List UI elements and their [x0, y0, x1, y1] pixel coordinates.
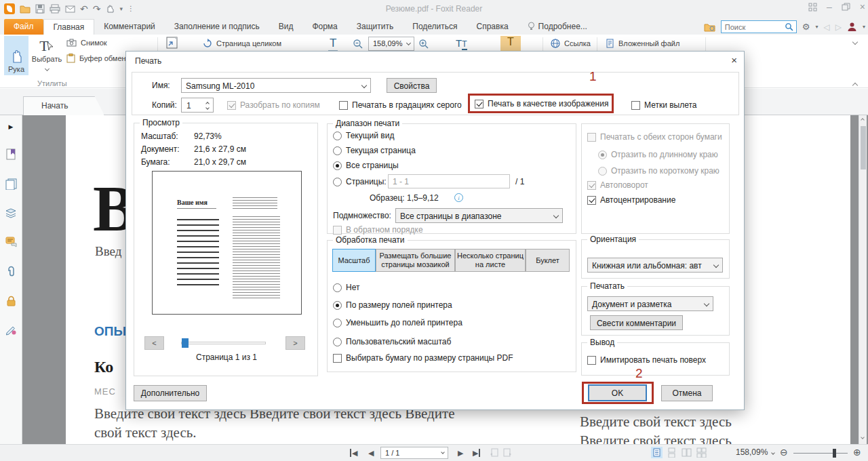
- security-lock-icon[interactable]: [6, 296, 16, 306]
- orientation-select[interactable]: Книжная или альбомная: авт: [587, 258, 723, 273]
- collapse-ribbon-icon[interactable]: [852, 83, 858, 88]
- tile-windows-icon[interactable]: [808, 3, 817, 12]
- avatar-dropdown-icon[interactable]: ▾: [863, 24, 865, 30]
- flatten-comments-button[interactable]: Свести комментарии: [590, 315, 683, 330]
- search-icon[interactable]: [785, 22, 793, 31]
- zoom-in-icon[interactable]: [418, 39, 429, 49]
- ok-button[interactable]: OK: [588, 384, 647, 401]
- last-page-button[interactable]: ▶: [473, 449, 480, 458]
- hand-tool-button[interactable]: Рука: [4, 36, 28, 75]
- vertical-scrollbar[interactable]: [859, 115, 867, 444]
- first-page-button[interactable]: ◀: [350, 449, 357, 458]
- handling-tab-booklet[interactable]: Буклет: [526, 249, 570, 272]
- scrollbar-thumb[interactable]: [861, 126, 866, 169]
- tab-view[interactable]: Вид: [269, 19, 303, 35]
- handling-tab-scale[interactable]: Масштаб: [332, 249, 376, 272]
- continuous-view-icon[interactable]: [666, 447, 677, 458]
- status-zoom-value[interactable]: 158,09%: [736, 447, 768, 457]
- preview-next-button[interactable]: >: [285, 336, 305, 350]
- close-icon[interactable]: ×: [731, 54, 737, 66]
- tab-file[interactable]: Файл: [4, 19, 43, 35]
- zoom-out-button[interactable]: ⊖: [780, 447, 788, 458]
- clipboard-button[interactable]: Буфер обмена: [66, 54, 130, 63]
- print-as-image-checkbox[interactable]: Печать в качестве изображения: [475, 99, 608, 108]
- pages-radio[interactable]: Страницы:: [333, 177, 387, 186]
- simulate-overprint-checkbox[interactable]: Имитировать печать поверх: [587, 355, 706, 365]
- minimize-button[interactable]: –: [827, 1, 832, 12]
- search-input[interactable]: [725, 23, 785, 31]
- snapshot-button[interactable]: Снимок: [66, 39, 107, 47]
- gear-icon[interactable]: ⚙: [802, 22, 810, 32]
- signature-icon[interactable]: [5, 325, 17, 336]
- info-icon[interactable]: i: [454, 193, 463, 202]
- stepper-down-icon[interactable]: [205, 106, 210, 110]
- zoom-slider-track[interactable]: [793, 453, 848, 454]
- current-page-radio[interactable]: Текущая страница: [333, 146, 416, 155]
- expand-panel-icon[interactable]: ▶: [9, 123, 14, 130]
- handling-tab-tile[interactable]: Размещать большие страницы мозаикой: [376, 249, 455, 272]
- fit-margins-radio[interactable]: По размеру полей принтера: [333, 300, 452, 310]
- print-what-select[interactable]: Документ и разметка: [587, 296, 713, 311]
- nav-forward-icon[interactable]: ▷: [835, 22, 842, 32]
- typewriter-icon[interactable]: TT: [456, 37, 467, 49]
- preview-slider-track[interactable]: [181, 342, 266, 344]
- avatar[interactable]: [847, 22, 857, 32]
- zoom-out-icon[interactable]: [353, 39, 363, 49]
- single-page-view-icon[interactable]: [651, 447, 663, 458]
- page-thumbnails-icon[interactable]: [5, 178, 17, 190]
- ribbon-zoom-combobox[interactable]: 158,09%: [368, 37, 414, 51]
- all-pages-radio[interactable]: Все страницы: [333, 161, 399, 170]
- tab-home[interactable]: Главная: [43, 19, 95, 35]
- attachments-panel-icon[interactable]: [6, 266, 16, 277]
- previous-page-button[interactable]: ◀: [368, 449, 374, 458]
- zoom-dropdown-icon[interactable]: [771, 451, 775, 455]
- pages-input[interactable]: [388, 174, 510, 188]
- grayscale-checkbox[interactable]: Печатать в градациях серого: [339, 100, 462, 110]
- current-view-radio[interactable]: Текущий вид: [333, 131, 394, 140]
- nav-back-icon[interactable]: ◁: [824, 22, 830, 32]
- select-tool-button[interactable]: T Выбрать: [31, 37, 62, 73]
- subset-select[interactable]: Все страницы в диапазоне: [395, 208, 563, 223]
- zoom-in-button[interactable]: ⊕: [853, 447, 861, 458]
- document-tab-start[interactable]: Начать: [23, 96, 104, 115]
- next-view-icon[interactable]: [502, 448, 512, 458]
- cancel-button[interactable]: Отмена: [661, 385, 713, 401]
- next-page-button[interactable]: ▶: [458, 449, 463, 458]
- restore-button[interactable]: [842, 3, 850, 11]
- attached-file-button[interactable]: Вложенный файл: [606, 39, 679, 48]
- fit-page-button[interactable]: Страница целиком: [203, 39, 281, 48]
- handling-tab-multiple[interactable]: Несколько страниц на листе: [455, 249, 526, 272]
- tab-comment[interactable]: Комментарий: [94, 19, 165, 35]
- layers-icon[interactable]: [5, 208, 17, 218]
- tab-protect[interactable]: Защитить: [347, 19, 403, 35]
- advanced-button[interactable]: Дополнительно: [134, 385, 207, 401]
- facing-view-icon[interactable]: [681, 447, 692, 458]
- gear-dropdown-icon[interactable]: ▾: [816, 24, 818, 30]
- printer-name-select[interactable]: Samsung ML-2010: [181, 78, 371, 93]
- copies-stepper[interactable]: 1: [181, 98, 214, 113]
- ribbon-overflow-icon[interactable]: [852, 39, 858, 45]
- link-button[interactable]: Ссылка: [551, 39, 591, 48]
- shrink-margins-radio[interactable]: Уменьшить до полей принтера: [333, 318, 462, 327]
- preview-prev-button[interactable]: <: [144, 336, 164, 350]
- continuous-facing-view-icon[interactable]: [696, 447, 707, 458]
- tab-more[interactable]: Подробнее...: [518, 19, 597, 35]
- previous-view-icon[interactable]: [490, 448, 500, 458]
- autocenter-checkbox[interactable]: Автоцентрирование: [587, 195, 675, 205]
- scale-none-radio[interactable]: Нет: [333, 283, 359, 292]
- preview-slider-thumb[interactable]: [182, 338, 189, 348]
- properties-button[interactable]: Свойства: [387, 78, 437, 93]
- tab-fill-sign[interactable]: Заполнение и подпись: [165, 19, 269, 35]
- bleed-marks-checkbox[interactable]: Метки вылета: [631, 100, 697, 110]
- tab-share[interactable]: Поделиться: [403, 19, 467, 35]
- page-number-combobox[interactable]: 1 / 1: [380, 447, 448, 459]
- highlight-text-icon[interactable]: T: [500, 36, 521, 52]
- custom-scale-radio[interactable]: Пользовательский масштаб: [333, 337, 451, 346]
- tab-form[interactable]: Форма: [302, 19, 347, 35]
- close-button[interactable]: ×: [860, 1, 865, 12]
- search-folder-icon[interactable]: [704, 22, 715, 32]
- choose-paper-checkbox[interactable]: Выбирать бумагу по размеру страницы PDF: [333, 353, 513, 363]
- bookmarks-icon[interactable]: [5, 148, 16, 160]
- fit-page-icon[interactable]: [165, 36, 180, 49]
- stepper-up-icon[interactable]: [205, 102, 210, 106]
